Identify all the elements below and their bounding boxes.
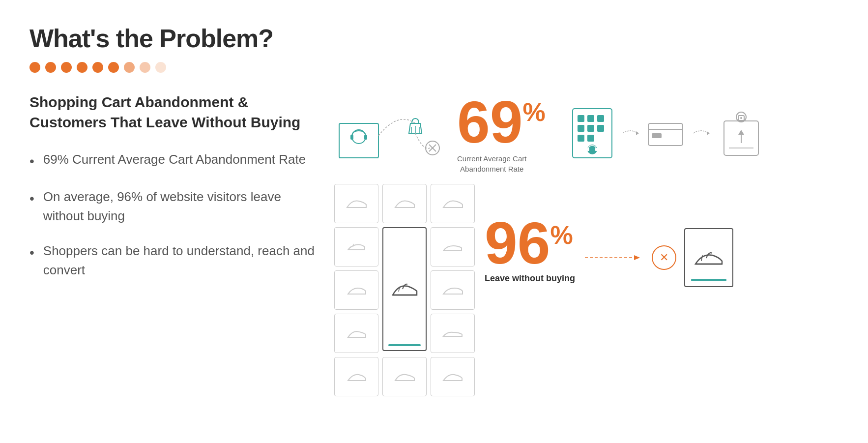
shoe-icon-4-1 <box>343 324 370 343</box>
payment-flow-illustration <box>570 106 766 160</box>
svg-rect-3 <box>364 135 367 140</box>
svg-rect-22 <box>595 148 597 151</box>
svg-marker-30 <box>738 130 744 135</box>
dot-9 <box>155 62 166 73</box>
shoe-card-4-3 <box>431 314 475 353</box>
section-title: Shopping Cart Abandonment &Customers Tha… <box>29 92 305 132</box>
shoe-card-selected <box>382 227 427 351</box>
svg-rect-13 <box>587 115 594 122</box>
svg-rect-19 <box>587 135 594 142</box>
cart-abandon-svg <box>334 101 442 165</box>
shoe-card-1-3 <box>431 184 475 223</box>
dashed-line-svg <box>585 253 644 263</box>
dot-2 <box>45 62 56 73</box>
left-panel: Shopping Cart Abandonment &Customers Tha… <box>29 92 315 295</box>
svg-rect-18 <box>578 135 584 142</box>
shoe-icon-3-3 <box>439 280 466 300</box>
bottom-visual-row: 96 % Leave without buying ✕ <box>334 184 839 396</box>
shoe-card-3-1 <box>334 270 378 310</box>
shoe-card-5-2 <box>382 357 427 396</box>
shoe-icon-4-3 <box>439 324 466 343</box>
shoe-icon-5-3 <box>439 367 466 386</box>
page-title: What's the Problem? <box>29 24 839 53</box>
stat-69-number: 69 <box>457 92 522 151</box>
app-card-svg <box>570 106 614 160</box>
bullet-item-2: On average, 96% of website visitors leav… <box>29 187 315 226</box>
svg-marker-49 <box>634 255 640 260</box>
svg-rect-12 <box>578 115 584 122</box>
cart-abandon-illustration <box>334 101 442 165</box>
dot-5 <box>92 62 103 73</box>
svg-rect-21 <box>587 148 589 151</box>
shoe-icon-2-3 <box>439 237 466 257</box>
stat-69-percent: % <box>522 99 545 125</box>
shoe-card-2-3 <box>431 227 475 266</box>
svg-rect-15 <box>578 125 584 132</box>
svg-marker-27 <box>707 131 710 135</box>
stat-96-block: 96 % Leave without buying <box>485 213 575 284</box>
stat-96-label: Leave without buying <box>485 273 575 284</box>
top-visual-row: 69 % Current Average CartAbandonment Rat… <box>334 92 839 174</box>
bullet-text-2: On average, 96% of website visitors leav… <box>43 187 315 226</box>
shoe-card-4-1 <box>334 314 378 353</box>
shoe-card-1-1 <box>334 184 378 223</box>
right-panel: 69 % Current Average CartAbandonment Rat… <box>315 92 839 396</box>
bullet-item-3: Shoppers can be hard to understand, reac… <box>29 241 315 280</box>
bullet-list: 69% Current Average Cart Abandonment Rat… <box>29 150 315 280</box>
svg-marker-23 <box>636 131 639 135</box>
cross-circle: ✕ <box>652 245 676 270</box>
shoe-card-5-1 <box>334 357 378 396</box>
flow-arrow-2 <box>691 126 711 141</box>
leave-flow: ✕ <box>585 228 733 287</box>
dot-8 <box>140 62 150 73</box>
bullet-text-1: 69% Current Average Cart Abandonment Rat… <box>43 150 306 169</box>
dots-row <box>29 62 839 73</box>
dot-6 <box>108 62 119 73</box>
large-shoe-icon <box>692 244 726 271</box>
shoe-icon-1-2 <box>391 194 418 213</box>
svg-rect-26 <box>652 133 662 138</box>
stat-96-number-row: 96 % <box>485 213 573 272</box>
stat-69-number-row: 69 % <box>457 92 546 151</box>
shoe-icon-selected <box>389 274 421 304</box>
large-shoe-card <box>684 228 733 287</box>
shoe-card-1-2 <box>382 184 427 223</box>
bullet-item-1: 69% Current Average Cart Abandonment Rat… <box>29 150 315 172</box>
shoe-icon-2-1 <box>343 237 370 257</box>
svg-rect-17 <box>597 125 604 132</box>
shoe-card-2-1 <box>334 227 378 266</box>
shoe-icon-1-1 <box>343 194 370 213</box>
dot-7 <box>124 62 135 73</box>
shoe-icon-5-1 <box>343 367 370 386</box>
svg-point-34 <box>740 117 742 119</box>
stat-96-percent: % <box>550 220 573 250</box>
shoe-card-5-3 <box>431 357 475 396</box>
delivery-box-svg <box>717 106 766 160</box>
svg-rect-16 <box>587 125 594 132</box>
shoe-grid <box>334 184 475 396</box>
main-content: Shopping Cart Abandonment &Customers Tha… <box>29 92 839 396</box>
credit-card-svg <box>646 118 685 148</box>
shoe-icon-1-3 <box>439 194 466 213</box>
flow-arrow-1 <box>620 126 640 141</box>
stat-96-number: 96 <box>485 213 550 272</box>
dot-4 <box>77 62 87 73</box>
shoe-icon-5-2 <box>391 367 418 386</box>
shoe-icon-3-1 <box>343 280 370 300</box>
bullet-text-3: Shoppers can be hard to understand, reac… <box>43 241 315 280</box>
dot-3 <box>61 62 72 73</box>
stat-69-label: Current Average CartAbandonment Rate <box>457 153 526 174</box>
stat-69-block: 69 % Current Average CartAbandonment Rat… <box>457 92 546 174</box>
shoe-card-3-3 <box>431 270 475 310</box>
svg-rect-14 <box>597 115 604 122</box>
svg-rect-2 <box>350 135 353 140</box>
svg-rect-0 <box>339 123 378 158</box>
dot-1 <box>29 62 40 73</box>
